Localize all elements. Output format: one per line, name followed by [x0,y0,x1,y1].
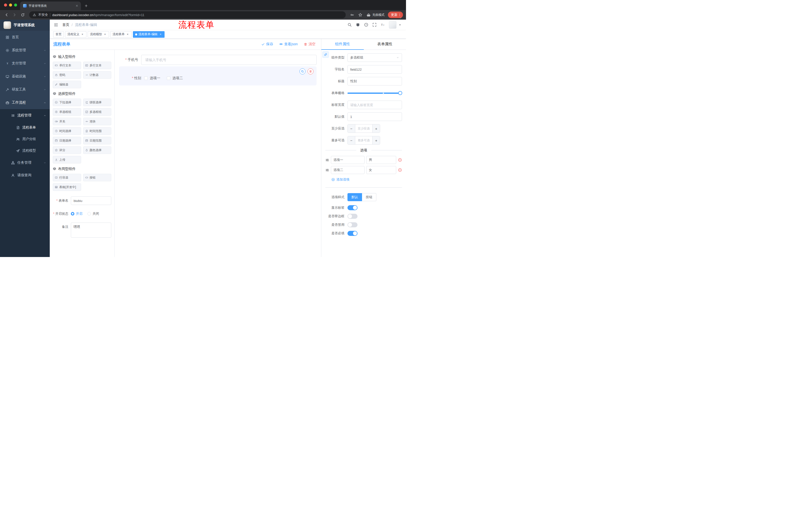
option-label-input[interactable] [331,156,365,164]
palette-item-select[interactable]: 下拉选择 [53,99,81,106]
palette-item-single-line-text[interactable]: 单行文本 [53,62,81,69]
option-style-option-2[interactable]: 按钮 [362,193,376,201]
field-name-input[interactable] [347,65,402,74]
tag-process-definition[interactable]: 流程定义× [65,31,86,38]
sidebar-item-system-mgmt[interactable]: 系统管理 [0,44,50,57]
copy-widget-button[interactable] [299,69,306,75]
option-value-input[interactable] [366,166,396,174]
form-grid-slider[interactable] [347,89,402,97]
drag-handle[interactable] [325,158,329,162]
clear-button[interactable]: 清空 [304,42,316,47]
sidebar-item-home[interactable]: 首页 [0,31,50,44]
phone-input[interactable] [141,55,317,65]
option-value-input[interactable] [366,156,396,164]
palette-item-rate[interactable]: 评分 [53,146,81,154]
sidebar-item-process-model[interactable]: 流程模型 [0,145,50,156]
save-button[interactable]: 保存 [261,42,273,47]
palette-item-slider[interactable]: 滑块 [83,118,112,125]
palette-item-time-picker[interactable]: 时间选择 [53,127,81,135]
tag-close-icon[interactable]: × [103,33,107,36]
caret-down-icon[interactable] [399,23,402,26]
increment-button[interactable]: + [372,125,380,133]
tag-home[interactable]: 首页 [53,31,64,38]
option-label-input[interactable] [331,166,365,174]
decrement-button[interactable]: − [348,136,355,144]
delete-widget-button[interactable] [308,69,314,75]
tag-close-icon[interactable]: × [81,33,84,36]
palette-item-date-picker[interactable]: 日期选择 [53,137,81,144]
tag-process-form[interactable]: 流程表单× [110,31,132,38]
reload-button[interactable] [19,11,26,18]
with-border-switch[interactable] [347,214,357,219]
form-remark-textarea[interactable]: 嘿嘿 [71,222,111,238]
github-button[interactable] [356,23,360,27]
drag-handle[interactable] [325,168,329,172]
new-tab-button[interactable] [83,2,89,9]
link-icon-button[interactable] [322,51,329,58]
component-type-select[interactable]: 多选框组 [347,53,402,62]
fullscreen-button[interactable] [372,23,377,27]
show-label-switch[interactable] [347,205,357,210]
tag-close-icon[interactable]: × [159,33,162,36]
slider-handle[interactable] [398,91,402,95]
decrement-button[interactable]: − [348,125,355,133]
tag-process-form-edit[interactable]: 流程表单-编辑× [133,31,165,38]
password-key-button[interactable] [349,11,356,18]
sidebar-item-dev-tools[interactable]: 研发工具 [0,83,50,96]
sidebar-item-user-group[interactable]: 用户分组 [0,133,50,145]
properties-tab-component[interactable]: 组件属性 [321,39,364,50]
font-size-button[interactable]: TT [381,23,385,27]
palette-item-upload[interactable]: 上传 [53,156,81,163]
help-button[interactable]: ? [364,23,368,27]
tag-close-icon[interactable]: × [126,33,129,36]
gender-option-2[interactable]: 选项二 [167,76,183,80]
palette-item-radio-group[interactable]: 单选框组 [53,108,81,116]
disabled-switch[interactable] [347,222,357,227]
avatar[interactable] [389,21,397,29]
palette-item-editor[interactable]: 编辑器 [53,81,81,88]
palette-item-multi-line-text[interactable]: 多行文本 [83,62,112,69]
status-radio-closed[interactable]: 关闭 [87,212,99,216]
status-radio-open[interactable]: 开启 [71,212,82,216]
breadcrumb-home[interactable]: 首页 [62,23,69,27]
palette-item-switch[interactable]: 开关 [53,118,81,125]
sidebar-item-workflow[interactable]: 工作流程 [0,96,50,109]
palette-item-button[interactable]: 按钮 [83,174,112,181]
gender-option-1[interactable]: 选项一 [144,76,160,80]
sidebar-item-task-mgmt[interactable]: 任务管理 [0,156,50,169]
tab-close-icon[interactable] [75,4,79,8]
palette-item-color-picker[interactable]: 颜色选择 [83,146,112,154]
hamburger-button[interactable] [54,23,58,27]
sidebar-item-payment-mgmt[interactable]: ¥支付管理 [0,57,50,70]
palette-item-counter[interactable]: 123计数器 [83,71,112,79]
search-button[interactable] [347,23,352,27]
window-minimize-button[interactable] [9,3,12,6]
max-select-value[interactable]: 最多可选 [355,136,372,144]
properties-tab-form[interactable]: 表单属性 [364,39,406,50]
remove-option-button[interactable] [398,158,402,162]
back-button[interactable] [3,11,10,18]
forward-button[interactable] [11,11,18,18]
bookmark-star-button[interactable] [357,11,364,18]
label-width-input[interactable] [347,101,402,109]
view-json-button[interactable]: 查看json [279,42,298,47]
palette-item-table-dev[interactable]: 表格[开发中] [53,183,81,191]
option-style-option-1[interactable]: 默认 [347,193,362,201]
increment-button[interactable]: + [372,136,380,144]
logo[interactable]: 芋道管理系统 [0,20,50,31]
window-zoom-button[interactable] [14,3,17,6]
window-close-button[interactable] [4,3,7,6]
palette-item-row-container[interactable]: 行容器 [53,174,81,181]
sidebar-item-process-form[interactable]: 流程表单 [0,122,50,133]
title-input[interactable] [347,77,402,85]
sidebar-item-process-mgmt[interactable]: 流程管理 [0,109,50,122]
add-option-button[interactable]: 添加选项 [331,177,402,182]
palette-item-time-range[interactable]: 时间范围 [83,127,112,135]
phone-field[interactable]: 手机号 [119,55,317,65]
address-bar[interactable]: 不安全 dashboard.yudao.iocoder.cn/bpm/manag… [29,11,346,18]
palette-item-date-range[interactable]: 日期范围 [83,137,112,144]
palette-item-checkbox-group[interactable]: 多选框组 [83,108,112,116]
sidebar-item-infrastructure[interactable]: 基础设施 [0,70,50,83]
browser-tab[interactable]: 芋道管理系统 [20,1,81,10]
remove-option-button[interactable] [398,168,402,172]
